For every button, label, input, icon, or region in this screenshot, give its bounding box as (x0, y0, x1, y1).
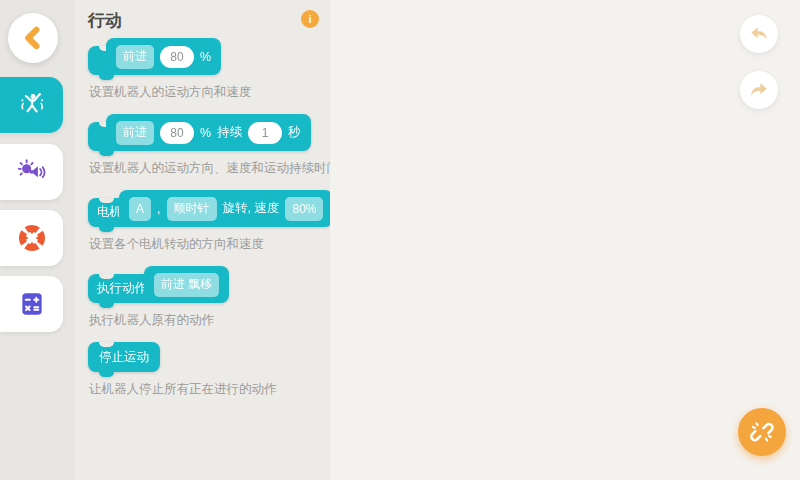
dancing-person-icon (17, 90, 47, 120)
connection-status-button[interactable] (738, 408, 786, 456)
back-button[interactable] (8, 13, 58, 63)
panel-title: 行动 (88, 9, 330, 33)
workspace-canvas[interactable] (330, 0, 800, 480)
block-stop-motion[interactable]: 停止运动 (88, 342, 160, 372)
dpad-ring-icon (17, 223, 47, 253)
info-badge[interactable]: i (301, 10, 319, 28)
sidebar-item-motion[interactable] (0, 77, 63, 133)
block-connector: 执行动作 (88, 274, 152, 303)
chevron-left-icon (16, 21, 50, 55)
duration-label: 持续 (217, 124, 242, 141)
sidebar-item-control[interactable] (0, 210, 63, 266)
light-speaker-icon (17, 157, 47, 187)
sidebar (0, 0, 75, 480)
duration-input[interactable]: 1 (248, 122, 282, 144)
undo-button[interactable] (740, 15, 778, 53)
app-root: 行动 i 前进 80 % 设置机器人的运动方向和速度 前进 80 % 持续 1 … (0, 0, 800, 480)
undo-arrow-icon (748, 23, 770, 45)
direction-dropdown[interactable]: 前进 (116, 45, 154, 69)
perform-label: 执行动作 (97, 280, 147, 297)
block-description: 让机器人停止所有正在进行的动作 (89, 381, 328, 398)
sidebar-item-math[interactable] (0, 276, 63, 332)
seconds-label: 秒 (288, 124, 301, 141)
block-description: 执行机器人原有的动作 (89, 312, 328, 329)
action-dropdown[interactable]: 前进 飘移 (154, 273, 219, 297)
speed-input[interactable]: 80 (160, 122, 194, 144)
unit-label: % (200, 50, 211, 64)
rotate-speed-label: 旋转, 速度 (223, 200, 280, 217)
motor-speed-dropdown[interactable]: 80% (285, 197, 323, 221)
unit-label: % (200, 126, 211, 140)
sidebar-item-light-sound[interactable] (0, 144, 63, 200)
redo-button[interactable] (740, 71, 778, 109)
broken-link-icon (748, 418, 776, 446)
comma-label: , (157, 202, 160, 216)
block-description: 设置机器人的运动方向、速度和运动持续时间 (89, 160, 328, 177)
block-motor[interactable]: 电机 A , 顺时针 旋转, 速度 80% (88, 190, 333, 227)
block-move-timed[interactable]: 前进 80 % 持续 1 秒 (88, 114, 311, 151)
motor-dropdown[interactable]: A (129, 197, 151, 221)
stop-label: 停止运动 (99, 349, 149, 366)
speed-input[interactable]: 80 (160, 46, 194, 68)
direction-dropdown[interactable]: 前进 (116, 121, 154, 145)
block-perform-action[interactable]: 执行动作 前进 飘移 (88, 266, 229, 303)
block-description: 设置各个电机转动的方向和速度 (89, 236, 328, 253)
calculator-icon (17, 289, 47, 319)
block-move[interactable]: 前进 80 % (88, 38, 221, 75)
block-body: 停止运动 (88, 342, 160, 372)
block-palette-panel: 行动 i 前进 80 % 设置机器人的运动方向和速度 前进 80 % 持续 1 … (75, 0, 330, 480)
block-description: 设置机器人的运动方向和速度 (89, 84, 328, 101)
redo-arrow-icon (748, 79, 770, 101)
rotation-dropdown[interactable]: 顺时针 (167, 197, 217, 221)
